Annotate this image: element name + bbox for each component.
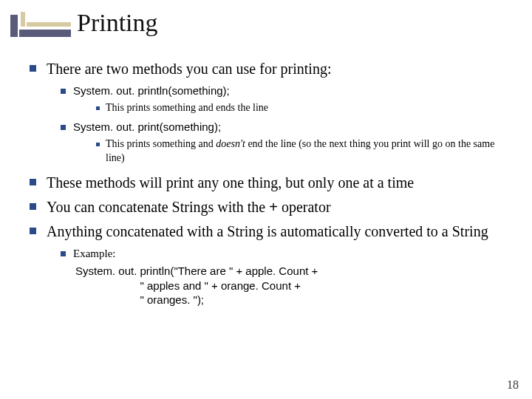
bullet-icon xyxy=(61,125,66,130)
bullet-text: This prints something and doesn't end th… xyxy=(106,137,510,166)
bullet-icon xyxy=(61,251,66,256)
bullet-icon xyxy=(30,228,36,234)
bullet-text: You can concatenate Strings with the + o… xyxy=(47,197,331,217)
bullet-icon xyxy=(30,203,36,210)
bullet-level3: This prints something and ends the line xyxy=(96,101,510,115)
bullet-icon xyxy=(96,143,100,146)
bullet-text: This prints something and ends the line xyxy=(106,101,268,115)
bullet-level2: System. out. println(something); xyxy=(61,83,510,98)
bullet-level1: You can concatenate Strings with the + o… xyxy=(30,197,510,217)
bullet-text: System. out. println(something); xyxy=(73,83,230,98)
slide-ornament xyxy=(10,12,71,40)
bullet-level1: Anything concatenated with a String is a… xyxy=(30,222,510,242)
bullet-text: Anything concatenated with a String is a… xyxy=(47,222,488,242)
bullet-level1: These methods will print any one thing, … xyxy=(30,173,510,193)
bullet-icon xyxy=(30,65,36,72)
slide-title: Printing xyxy=(77,9,158,37)
bullet-text: There are two methods you can use for pr… xyxy=(47,59,331,79)
bullet-text: System. out. print(something); xyxy=(73,120,221,134)
bullet-text: Example: xyxy=(73,246,115,261)
slide-body: There are two methods you can use for pr… xyxy=(30,59,510,307)
bullet-level1: There are two methods you can use for pr… xyxy=(30,59,510,79)
page-number: 18 xyxy=(507,378,519,392)
bullet-icon xyxy=(96,106,100,110)
bullet-icon xyxy=(30,179,36,185)
bullet-text: These methods will print any one thing, … xyxy=(47,173,414,193)
bullet-level3: This prints something and doesn't end th… xyxy=(96,137,510,166)
bullet-level2: Example: xyxy=(61,246,510,261)
code-example: System. out. println("There are " + appl… xyxy=(75,264,510,307)
bullet-icon xyxy=(61,89,66,94)
bullet-level2: System. out. print(something); xyxy=(61,120,510,134)
